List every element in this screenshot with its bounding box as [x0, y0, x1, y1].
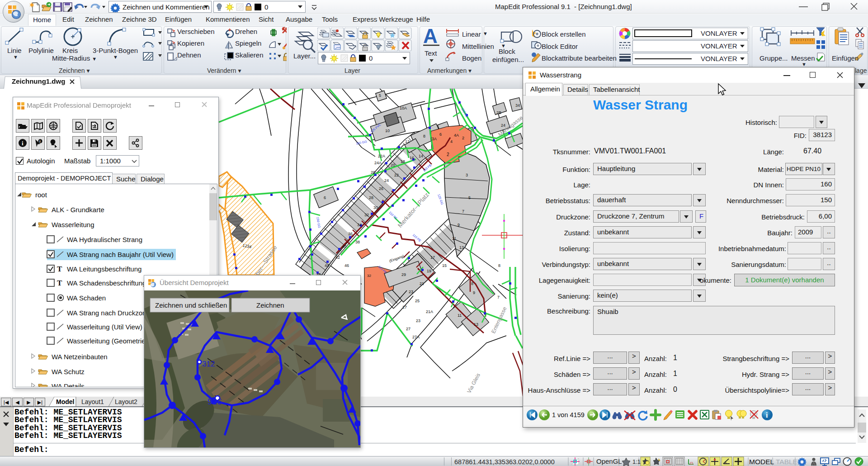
svg-text:16: 16: [410, 156, 414, 160]
svg-text:Block: Block: [499, 48, 515, 55]
svg-text:T: T: [57, 265, 62, 273]
svg-text:34: 34: [515, 103, 520, 108]
svg-text:2: 2: [462, 136, 464, 140]
svg-text:WA Details: WA Details: [52, 382, 85, 387]
svg-text:5: 5: [379, 93, 381, 98]
svg-text:23: 23: [409, 290, 413, 294]
svg-text:Model: Model: [56, 398, 74, 405]
svg-text:i: i: [766, 411, 768, 419]
svg-text:36: 36: [348, 232, 353, 236]
svg-text:926: 926: [208, 397, 222, 406]
svg-text:Layout2: Layout2: [115, 398, 137, 405]
svg-text:28: 28: [369, 195, 373, 200]
svg-text:10A: 10A: [400, 106, 407, 110]
svg-text:8: 8: [471, 281, 473, 286]
svg-text:125 GG: 125 GG: [437, 194, 444, 205]
svg-text:27A: 27A: [412, 335, 420, 339]
svg-text:WA Schadensbeschriftung: WA Schadensbeschriftung: [67, 279, 146, 287]
svg-text:20: 20: [371, 170, 375, 175]
svg-text:WA Netzeinbauten: WA Netzeinbauten: [52, 353, 108, 361]
svg-text:einfügen...: einfügen...: [492, 56, 524, 63]
svg-text:9: 9: [458, 223, 460, 227]
svg-text:A: A: [423, 26, 438, 47]
svg-text:11: 11: [458, 313, 462, 318]
svg-text:Zeichnen und schließen: Zeichnen und schließen: [155, 301, 227, 309]
svg-text:i: i: [39, 139, 40, 143]
svg-text:WA Hydraulischer Strang: WA Hydraulischer Strang: [67, 236, 142, 243]
svg-text:1:1: 1:1: [632, 458, 641, 465]
svg-text:42: 42: [335, 255, 340, 260]
svg-text:21: 21: [420, 281, 424, 286]
svg-text:21A: 21A: [426, 309, 433, 314]
svg-text:150 GG: 150 GG: [356, 140, 367, 145]
svg-text:38: 38: [355, 240, 360, 244]
svg-text:3: 3: [466, 173, 468, 177]
svg-text:26: 26: [379, 186, 383, 191]
svg-text:Verschieben: Verschieben: [177, 28, 215, 35]
svg-text:11: 11: [452, 236, 456, 241]
svg-text:2B: 2B: [496, 110, 501, 115]
svg-text:Wasserleitung (Geometrie): Wasserleitung (Geometrie): [67, 337, 148, 345]
svg-text:Wasserleitung: Wasserleitung: [52, 221, 94, 228]
svg-text:7: 7: [462, 209, 464, 214]
svg-text:110 PE: 110 PE: [388, 211, 398, 220]
svg-text:24: 24: [384, 178, 389, 183]
svg-text:1 von 4159: 1 von 4159: [552, 411, 585, 418]
svg-text:8: 8: [498, 263, 500, 268]
svg-text:13: 13: [474, 322, 478, 327]
svg-text:T: T: [57, 279, 62, 287]
svg-text:Spiegeln: Spiegeln: [235, 39, 261, 47]
svg-text:Drehen: Drehen: [235, 28, 257, 35]
svg-text:12: 12: [405, 139, 410, 144]
svg-text:40: 40: [342, 244, 346, 249]
svg-text:Zeichnen: Zeichnen: [256, 301, 284, 309]
svg-text:15: 15: [442, 263, 447, 268]
svg-text:Dehnen: Dehnen: [177, 51, 201, 59]
svg-text:Via Gleis: Via Gleis: [466, 372, 481, 395]
svg-text:Kopieren: Kopieren: [177, 39, 204, 47]
svg-text:WA Strang nach Baujahr (Util V: WA Strang nach Baujahr (Util View): [67, 251, 174, 258]
svg-text:WA Schutz: WA Schutz: [52, 368, 85, 376]
svg-text:2: 2: [447, 152, 449, 157]
svg-text:24A: 24A: [374, 161, 382, 165]
svg-text:46: 46: [344, 263, 349, 268]
svg-text:6: 6: [439, 132, 442, 137]
svg-text:WA Schaden: WA Schaden: [67, 294, 106, 302]
svg-text:ALK - Grundkarte: ALK - Grundkarte: [52, 206, 104, 214]
svg-text:22A: 22A: [378, 154, 385, 158]
svg-text:Wasserleitung (Util View): Wasserleitung (Util View): [67, 323, 142, 331]
svg-text:34: 34: [357, 223, 362, 227]
svg-text:17: 17: [430, 255, 435, 260]
svg-text:25: 25: [415, 299, 420, 303]
svg-text:27: 27: [406, 327, 410, 331]
svg-text:10: 10: [385, 128, 390, 133]
svg-text:110 PE: 110 PE: [412, 233, 422, 243]
svg-text:19: 19: [427, 269, 431, 273]
svg-text:18: 18: [401, 159, 405, 164]
svg-text:32: 32: [367, 274, 371, 278]
svg-text:6: 6: [324, 195, 326, 200]
svg-text:44: 44: [325, 263, 329, 268]
svg-text:27: 27: [402, 305, 407, 309]
svg-text:4: 4: [450, 139, 453, 144]
svg-text:14: 14: [419, 154, 423, 158]
svg-text:(3A: (3A: [430, 137, 437, 141]
svg-text:8: 8: [423, 134, 425, 138]
svg-text:312: 312: [202, 360, 215, 368]
svg-text:4A: 4A: [454, 133, 459, 138]
svg-text:Skalieren: Skalieren: [235, 51, 264, 59]
svg-text:Text: Text: [425, 49, 437, 57]
svg-text:22: 22: [394, 173, 399, 177]
svg-text:OpenGL: OpenGL: [596, 457, 622, 465]
svg-text:9: 9: [473, 290, 475, 295]
svg-text:13: 13: [459, 245, 464, 250]
svg-text:i: i: [22, 140, 24, 147]
svg-text:(Eingang): (Eingang): [389, 254, 405, 263]
svg-text:30: 30: [373, 205, 378, 210]
svg-text:Layout1: Layout1: [81, 398, 104, 405]
svg-text:7: 7: [497, 295, 500, 300]
svg-text:32: 32: [364, 213, 369, 217]
svg-text:5: 5: [468, 195, 471, 200]
svg-text:29: 29: [401, 272, 406, 277]
svg-text:WA Leitungsbeschriftung: WA Leitungsbeschriftung: [67, 265, 142, 273]
